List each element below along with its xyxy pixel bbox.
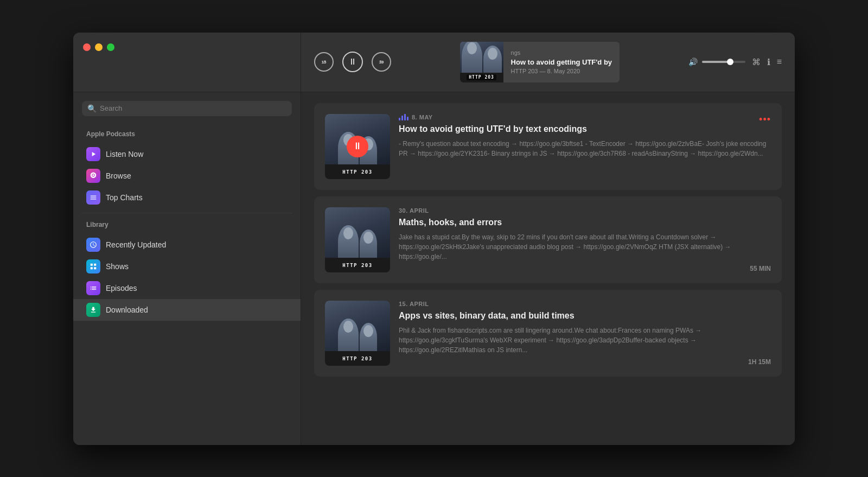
episode-more-button[interactable]: ••• [759, 114, 771, 125]
episode-description: - Remy's question about text encoding → … [399, 139, 771, 158]
top-charts-icon [86, 190, 100, 205]
downloaded-icon [86, 303, 100, 317]
info-icon[interactable]: ℹ [767, 57, 770, 67]
sidebar-item-top-charts[interactable]: Top Charts [73, 187, 301, 208]
sidebar-divider [82, 213, 292, 213]
forward-label: 30 [379, 60, 384, 65]
minimize-button[interactable] [95, 43, 103, 51]
episode-duration: 55 MIN [750, 265, 771, 272]
person-1 [462, 42, 482, 73]
sidebar-item-episodes[interactable]: Episodes [73, 277, 301, 299]
now-playing-show: ngs [511, 49, 612, 56]
thumbnail-photo [460, 42, 503, 73]
player-right-controls: 🔊 ⌘ ℹ ≡ [688, 57, 782, 67]
now-playing-card: HTTP 203 ngs How to avoid getting UTF'd … [460, 42, 620, 82]
person-2 [483, 46, 502, 73]
library-header: Library [73, 218, 301, 232]
episodes-label: Episodes [106, 284, 137, 292]
playback-controls: ↺ 15 ⏸ ↻ 30 [314, 52, 391, 72]
episode-title: How to avoid getting UTF'd by text encod… [399, 124, 771, 135]
episode-title: Maths, hooks, and errors [399, 217, 771, 228]
clock-icon [90, 241, 97, 249]
person-2 [360, 230, 377, 258]
traffic-lights [73, 43, 114, 51]
episode-title: Apps vs sites, binary data, and build ti… [399, 310, 771, 322]
play-icon [90, 150, 97, 158]
sidebar-item-recently-updated[interactable]: Recently Updated [73, 234, 301, 256]
volume-icon: 🔊 [688, 58, 698, 66]
volume-slider[interactable] [702, 61, 745, 63]
podcast-icon [90, 172, 97, 180]
list-icon [90, 194, 97, 201]
grid-icon [90, 263, 97, 270]
pause-icon: ⏸ [348, 57, 357, 67]
episodes-panel: ⏸ HTTP 203 8. May How to avoid [301, 92, 795, 445]
waveform-icon [399, 114, 409, 120]
episode-label-2: НТТР 203 [342, 263, 372, 268]
title-bar: ↺ 15 ⏸ ↻ 30 [73, 33, 795, 92]
episode-photo [325, 207, 390, 258]
episode-info: 30. April Maths, hooks, and errors Jake … [399, 207, 771, 262]
queue-icon[interactable]: ≡ [777, 57, 782, 67]
app-window: ↺ 15 ⏸ ↻ 30 [73, 33, 795, 445]
browse-label: Browse [106, 171, 131, 180]
thumbnail-label: HTTP 203 [467, 74, 496, 80]
episode-date: 8. May [412, 114, 433, 120]
search-input[interactable] [100, 104, 286, 112]
episode-thumbnail: НТТР 203 [325, 207, 390, 272]
shows-icon [86, 259, 100, 274]
browse-icon [86, 169, 100, 183]
volume-control[interactable]: 🔊 [688, 58, 745, 66]
now-playing-subtitle: HTTP 203 — 8. May 2020 [511, 68, 612, 74]
episode-date: 15. April [399, 301, 429, 307]
episode-meta: 30. April [399, 207, 771, 214]
forward-button[interactable]: ↻ 30 [372, 52, 391, 72]
episode-duration: 1H 15M [748, 358, 771, 366]
episode-label-1: HTTP 203 [342, 169, 372, 175]
episode-card: НТТР 203 30. April Maths, hooks, and err… [314, 196, 782, 283]
airplay-icon[interactable]: ⌘ [752, 57, 761, 67]
listen-now-icon [86, 147, 100, 161]
rewind-button[interactable]: ↺ 15 [314, 52, 334, 72]
episode-thumbnail: ⏸ HTTP 203 [325, 114, 390, 179]
now-playing-info: ngs How to avoid getting UTF'd by HTTP 2… [503, 45, 620, 79]
episode-label-3: НТТР 203 [342, 356, 372, 361]
player-bar: ↺ 15 ⏸ ↻ 30 [301, 42, 795, 82]
sidebar-item-listen-now[interactable]: Listen Now [73, 143, 301, 165]
persons-image [325, 207, 390, 258]
episode-card: ⏸ HTTP 203 8. May How to avoid [314, 103, 782, 190]
episode-info: 8. May How to avoid getting UTF'd by tex… [399, 114, 771, 159]
downloaded-label: Downloaded [106, 306, 148, 314]
episode-thumbnail: НТТР 203 [325, 301, 390, 366]
apple-podcasts-header: Apple Podcasts [73, 127, 301, 141]
persons-image [460, 42, 503, 73]
maximize-button[interactable] [107, 43, 114, 51]
pause-icon: ⏸ [353, 141, 362, 152]
volume-fill [702, 61, 730, 63]
now-playing-title: How to avoid getting UTF'd by [511, 58, 612, 67]
person-1 [338, 319, 359, 351]
shows-label: Shows [106, 262, 129, 271]
recently-updated-icon [86, 238, 100, 252]
list2-icon [90, 284, 97, 292]
episode-description: Jake has a stupid cat.By the way, skip t… [399, 232, 771, 262]
download-icon [90, 306, 97, 314]
volume-thumb [727, 59, 733, 65]
episode-meta: 15. April [399, 301, 771, 307]
sidebar-item-shows[interactable]: Shows [73, 256, 301, 277]
episode-meta: 8. May [399, 114, 771, 120]
sidebar-item-downloaded[interactable]: Downloaded [73, 299, 301, 321]
episode-date: 30. April [399, 207, 429, 214]
pause-button[interactable]: ⏸ [342, 52, 363, 72]
sidebar-title-area [73, 33, 301, 92]
episode-description: Phil & Jack from fishandscripts.com are … [399, 326, 771, 355]
main-content: 🔍 Apple Podcasts Listen Now Browse [73, 92, 795, 445]
top-charts-label: Top Charts [106, 193, 143, 202]
sidebar-item-browse[interactable]: Browse [73, 165, 301, 187]
episodes-icon [86, 281, 100, 295]
playing-indicator[interactable]: ⏸ [347, 136, 368, 157]
now-playing-thumbnail: HTTP 203 [460, 42, 503, 82]
search-box[interactable]: 🔍 [82, 101, 292, 116]
persons-image [325, 301, 390, 352]
close-button[interactable] [83, 43, 91, 51]
